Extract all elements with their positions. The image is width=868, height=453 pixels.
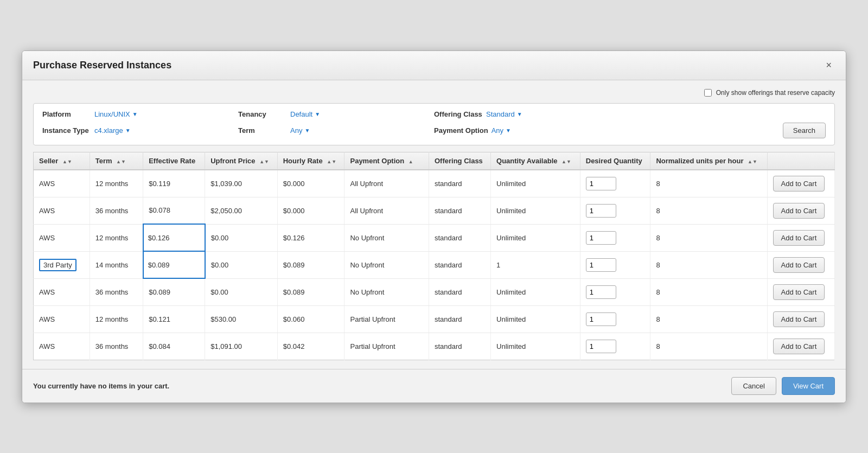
seller-sort-icon: ▲▼ bbox=[62, 159, 72, 164]
cell-seller-2: AWS bbox=[34, 224, 90, 251]
table-header: Seller ▲▼ Term ▲▼ Effective Rate Upfront… bbox=[34, 152, 835, 170]
add-to-cart-button-5[interactable]: Add to Cart bbox=[773, 311, 825, 327]
footer-buttons: Cancel View Cart bbox=[731, 377, 835, 395]
th-normalized[interactable]: Normalized units per hour ▲▼ bbox=[650, 152, 767, 170]
th-term[interactable]: Term ▲▼ bbox=[90, 152, 143, 170]
offering-class-select[interactable]: Standard ▼ bbox=[486, 110, 522, 118]
table-row: 3rd Party14 months$0.089$0.00$0.089No Up… bbox=[34, 251, 835, 278]
term-value: Any bbox=[290, 126, 302, 135]
cell-effective-3: $0.089 bbox=[143, 251, 205, 278]
cell-offering-2: standard bbox=[429, 224, 490, 251]
cell-hourly-5: $0.060 bbox=[277, 305, 344, 333]
cell-action-5: Add to Cart bbox=[767, 305, 835, 333]
table-row: AWS36 months$0.078$2,050.00$0.000All Upf… bbox=[34, 197, 835, 224]
cell-seller-5: AWS bbox=[34, 305, 90, 333]
table-body: AWS12 months$0.119$1,039.00$0.000All Upf… bbox=[34, 170, 835, 360]
th-upfront-price[interactable]: Upfront Price ▲▼ bbox=[205, 152, 278, 170]
term-chevron-icon: ▼ bbox=[304, 127, 310, 133]
desired-qty-input-0[interactable] bbox=[586, 177, 616, 190]
cell-action-1: Add to Cart bbox=[767, 197, 835, 224]
close-button[interactable]: × bbox=[822, 59, 835, 72]
th-action bbox=[767, 152, 835, 170]
capacity-label: Only show offerings that reserve capacit… bbox=[716, 89, 835, 97]
cell-hourly-3: $0.089 bbox=[277, 251, 344, 278]
desired-qty-input-4[interactable] bbox=[586, 285, 616, 299]
cell-hourly-4: $0.089 bbox=[277, 278, 344, 305]
cell-term-4: 36 months bbox=[90, 278, 143, 305]
filter-row-1: Platform Linux/UNIX ▼ Tenancy Default ▼ … bbox=[42, 110, 826, 118]
view-cart-button[interactable]: View Cart bbox=[782, 377, 835, 395]
platform-chevron-icon: ▼ bbox=[132, 111, 138, 117]
payment-option-value: Any bbox=[492, 126, 503, 135]
cell-desired-5 bbox=[580, 305, 650, 333]
cell-payment-0: All Upfront bbox=[344, 170, 429, 197]
cell-normalized-0: 8 bbox=[650, 170, 767, 197]
instance-type-filter-item: Instance Type c4.xlarge ▼ bbox=[42, 126, 238, 135]
cell-seller-0: AWS bbox=[34, 170, 90, 197]
offering-class-filter-item: Offering Class Standard ▼ bbox=[434, 110, 630, 118]
cell-effective-0: $0.119 bbox=[143, 170, 205, 197]
instances-table: Seller ▲▼ Term ▲▼ Effective Rate Upfront… bbox=[33, 152, 835, 360]
table-row: AWS36 months$0.084$1,091.00$0.042Partial… bbox=[34, 333, 835, 360]
upfront-sort-icon: ▲▼ bbox=[259, 159, 269, 164]
instance-type-select[interactable]: c4.xlarge ▼ bbox=[94, 126, 131, 135]
instance-type-value: c4.xlarge bbox=[94, 126, 123, 135]
tenancy-chevron-icon: ▼ bbox=[315, 111, 320, 117]
tenancy-select[interactable]: Default ▼ bbox=[290, 110, 320, 118]
cell-action-4: Add to Cart bbox=[767, 278, 835, 305]
search-button[interactable]: Search bbox=[783, 123, 826, 138]
cell-desired-6 bbox=[580, 333, 650, 360]
term-sort-icon: ▲▼ bbox=[116, 159, 126, 164]
add-to-cart-button-6[interactable]: Add to Cart bbox=[773, 339, 825, 354]
cancel-button[interactable]: Cancel bbox=[731, 377, 776, 395]
cell-term-1: 36 months bbox=[90, 197, 143, 224]
cell-term-3: 14 months bbox=[90, 251, 143, 278]
cell-offering-0: standard bbox=[429, 170, 490, 197]
desired-qty-input-6[interactable] bbox=[586, 340, 616, 353]
payment-sort-icon: ▲ bbox=[409, 159, 413, 164]
cell-upfront-6: $1,091.00 bbox=[205, 333, 278, 360]
cell-normalized-1: 8 bbox=[650, 197, 767, 224]
term-select[interactable]: Any ▼ bbox=[290, 126, 310, 135]
filter-row-2: Instance Type c4.xlarge ▼ Term Any ▼ Pay… bbox=[42, 123, 826, 138]
table-row: AWS36 months$0.089$0.00$0.089No Upfronts… bbox=[34, 278, 835, 305]
reserve-capacity-checkbox[interactable] bbox=[704, 89, 712, 97]
cell-effective-2: $0.126 bbox=[143, 224, 205, 251]
platform-select[interactable]: Linux/UNIX ▼ bbox=[94, 110, 138, 118]
capacity-row: Only show offerings that reserve capacit… bbox=[33, 89, 835, 97]
cell-offering-5: standard bbox=[429, 305, 490, 333]
add-to-cart-button-0[interactable]: Add to Cart bbox=[773, 176, 825, 192]
th-effective-rate: Effective Rate bbox=[143, 152, 205, 170]
add-to-cart-button-1[interactable]: Add to Cart bbox=[773, 203, 825, 219]
desired-qty-input-5[interactable] bbox=[586, 312, 616, 326]
cell-seller-3: 3rd Party bbox=[34, 251, 90, 278]
term-filter-item: Term Any ▼ bbox=[238, 126, 434, 135]
desired-qty-input-3[interactable] bbox=[586, 258, 616, 272]
th-desired-qty: Desired Quantity bbox=[580, 152, 650, 170]
table-row: AWS12 months$0.126$0.00$0.126No Upfronts… bbox=[34, 224, 835, 251]
purchase-reserved-instances-modal: Purchase Reserved Instances × Only show … bbox=[22, 50, 846, 403]
th-hourly-rate[interactable]: Hourly Rate ▲▼ bbox=[277, 152, 344, 170]
desired-qty-input-1[interactable] bbox=[586, 204, 616, 218]
cell-offering-4: standard bbox=[429, 278, 490, 305]
cell-action-6: Add to Cart bbox=[767, 333, 835, 360]
tenancy-label: Tenancy bbox=[238, 110, 287, 118]
add-to-cart-button-3[interactable]: Add to Cart bbox=[773, 257, 825, 273]
cell-hourly-1: $0.000 bbox=[277, 197, 344, 224]
th-qty-available[interactable]: Quantity Available ▲▼ bbox=[491, 152, 580, 170]
cell-desired-1 bbox=[580, 197, 650, 224]
cell-qty-avail-2: Unlimited bbox=[491, 224, 580, 251]
cart-status: You currently have no items in your cart… bbox=[33, 382, 169, 390]
th-seller[interactable]: Seller ▲▼ bbox=[34, 152, 90, 170]
add-to-cart-button-2[interactable]: Add to Cart bbox=[773, 230, 825, 246]
offering-class-chevron-icon: ▼ bbox=[517, 111, 522, 117]
add-to-cart-button-4[interactable]: Add to Cart bbox=[773, 284, 825, 300]
payment-option-select[interactable]: Any ▼ bbox=[492, 126, 511, 135]
cell-seller-6: AWS bbox=[34, 333, 90, 360]
th-payment-option[interactable]: Payment Option ▲ bbox=[344, 152, 429, 170]
table-row: AWS12 months$0.119$1,039.00$0.000All Upf… bbox=[34, 170, 835, 197]
cell-qty-avail-0: Unlimited bbox=[491, 170, 580, 197]
th-offering-class: Offering Class bbox=[429, 152, 490, 170]
desired-qty-input-2[interactable] bbox=[586, 231, 616, 245]
cell-upfront-5: $530.00 bbox=[205, 305, 278, 333]
